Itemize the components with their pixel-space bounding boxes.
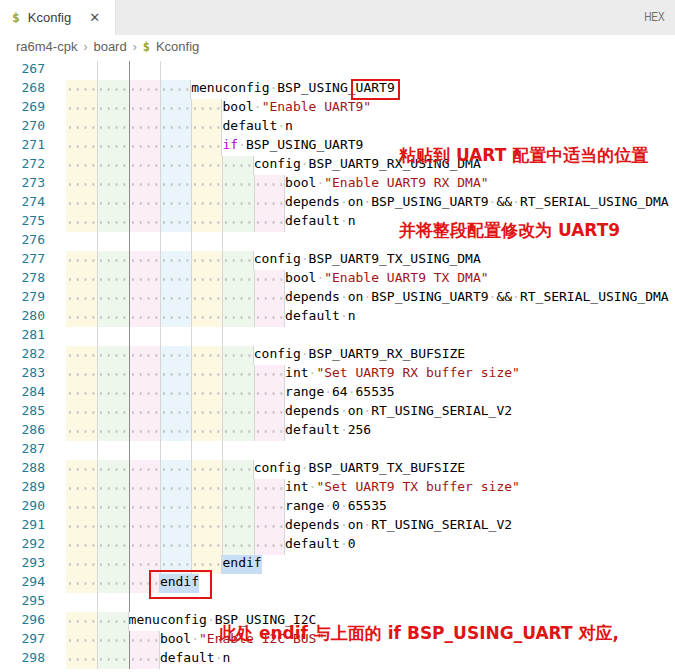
indent-block	[129, 346, 160, 365]
code-token: int	[285, 365, 308, 384]
indent-block	[66, 251, 97, 270]
code-token: BSP_USING_	[277, 80, 355, 99]
indent-block	[160, 517, 191, 536]
line-number: 281	[0, 327, 60, 346]
breadcrumb-item-folder[interactable]: ra6m4-cpk	[16, 39, 77, 54]
indent-block	[97, 403, 128, 422]
indent-block	[66, 289, 97, 308]
code-line[interactable]: int·"Set UART9 TX buffer size"	[66, 479, 675, 498]
code-line[interactable]: default·0	[66, 536, 675, 555]
whitespace-dot: ·	[340, 403, 348, 422]
indent-block	[254, 175, 285, 194]
code-token: BSP_UART9_RX_BUFSIZE	[309, 346, 466, 365]
indent-block	[97, 327, 128, 346]
breadcrumb-item-file[interactable]: Kconfig	[156, 39, 199, 54]
breadcrumb-item-board[interactable]: board	[93, 39, 126, 54]
indent-block	[129, 479, 160, 498]
indent-block	[97, 555, 128, 574]
indent-block	[66, 61, 97, 80]
indent-block	[254, 289, 285, 308]
indent-block	[97, 194, 128, 213]
whitespace-dot: ·	[363, 517, 371, 536]
whitespace-dot: ·	[340, 422, 348, 441]
indent-block	[222, 498, 253, 517]
indent-block	[97, 251, 128, 270]
whitespace-dot: ·	[309, 479, 317, 498]
indent-block	[254, 403, 285, 422]
indent-block	[160, 194, 191, 213]
code-line[interactable]: default·n	[66, 308, 675, 327]
indent-block	[129, 441, 160, 460]
indent-block	[191, 194, 222, 213]
indent-block	[129, 80, 160, 99]
indent-block	[222, 422, 253, 441]
code-token: 65535	[348, 498, 387, 517]
vscode-editor-window: $ Kconfig ✕ HEX ra6m4-cpk › board › $ Kc…	[0, 0, 675, 672]
indent-block	[160, 327, 191, 346]
code-line[interactable]: range·0·65535	[66, 498, 675, 517]
indent-block	[160, 61, 191, 80]
indent-block	[254, 270, 285, 289]
code-token: 65535	[356, 384, 395, 403]
whitespace-dot: ·	[324, 384, 332, 403]
whitespace-dot: ·	[363, 403, 371, 422]
indent-block	[160, 80, 191, 99]
code-token: RT_USING_SERIAL_V2	[371, 403, 512, 422]
code-line[interactable]: config·BSP_UART9_RX_BUFSIZE	[66, 346, 675, 365]
line-number: 282	[0, 346, 60, 365]
indent-block	[191, 156, 222, 175]
code-line[interactable]: config·BSP_UART9_TX_BUFSIZE	[66, 460, 675, 479]
indent-block	[66, 384, 97, 403]
indent-block	[191, 213, 222, 232]
annotation-line: 粘贴到 UART 配置中适当的位置	[399, 143, 648, 168]
annotation-note-paste: 粘贴到 UART 配置中适当的位置 并将整段配置修改为 UART9	[399, 93, 648, 293]
code-line[interactable]	[66, 61, 675, 80]
indent-block	[222, 213, 253, 232]
indent-block	[191, 118, 222, 137]
indent-block	[222, 536, 253, 555]
line-number: 294	[0, 574, 60, 593]
code-line[interactable]: depends·on·RT_USING_SERIAL_V2	[66, 517, 675, 536]
indent-block	[97, 289, 128, 308]
code-line[interactable]: default·256	[66, 422, 675, 441]
hex-editor-button[interactable]: HEX	[644, 10, 665, 24]
indent-block	[160, 232, 191, 251]
indent-block	[160, 270, 191, 289]
indent-block	[66, 213, 97, 232]
code-token: depends	[285, 194, 340, 213]
tab-kconfig[interactable]: $ Kconfig ✕	[0, 0, 116, 35]
code-token: config	[254, 460, 301, 479]
indent-block	[97, 80, 128, 99]
code-line[interactable]	[66, 327, 675, 346]
whitespace-dot: ·	[324, 498, 332, 517]
code-token: bool	[285, 270, 316, 289]
indent-block	[191, 403, 222, 422]
chevron-right-icon: ›	[133, 40, 137, 54]
indent-block	[66, 194, 97, 213]
code-token: config	[254, 156, 301, 175]
code-line[interactable]	[66, 441, 675, 460]
code-line[interactable]: int·"Set UART9 RX buffer size"	[66, 365, 675, 384]
code-line[interactable]: range·64·65535	[66, 384, 675, 403]
indent-block	[97, 175, 128, 194]
line-number: 292	[0, 536, 60, 555]
indent-block	[191, 289, 222, 308]
close-icon[interactable]: ✕	[89, 10, 100, 25]
chevron-right-icon: ›	[83, 40, 87, 54]
indent-block	[222, 479, 253, 498]
line-number: 271	[0, 137, 60, 156]
tab-label: Kconfig	[28, 10, 71, 25]
code-token: depends	[285, 403, 340, 422]
indent-block	[129, 536, 160, 555]
indent-block	[97, 536, 128, 555]
whitespace-dot: ·	[301, 346, 309, 365]
indent-block	[97, 365, 128, 384]
code-line[interactable]: depends·on·RT_USING_SERIAL_V2	[66, 403, 675, 422]
line-number: 272	[0, 156, 60, 175]
indent-block	[97, 593, 128, 612]
indent-block	[129, 232, 160, 251]
indent-block	[66, 308, 97, 327]
code-token: "Enable UART9"	[262, 99, 372, 118]
indent-block	[97, 384, 128, 403]
indent-block	[66, 593, 97, 612]
